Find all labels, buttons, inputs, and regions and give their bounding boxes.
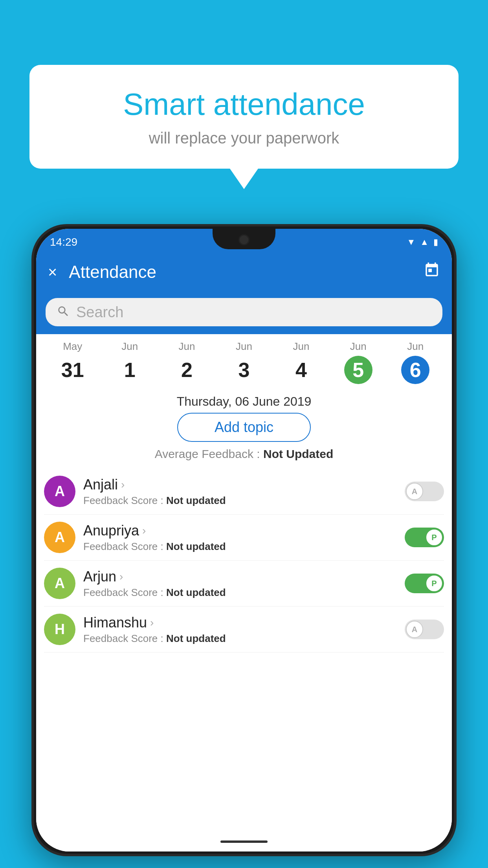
student-avatar-0: A bbox=[44, 476, 75, 507]
attendance-toggle-2[interactable]: P bbox=[405, 574, 444, 593]
date-month-0: May bbox=[44, 340, 101, 353]
home-indicator bbox=[220, 840, 268, 843]
bubble-subtitle: will replace your paperwork bbox=[53, 129, 435, 147]
date-day-4: 4 bbox=[287, 356, 315, 384]
wifi-icon: ▼ bbox=[407, 237, 415, 247]
student-name-0[interactable]: Anjali › bbox=[83, 476, 397, 493]
student-info-1: Anupriya ›Feedback Score : Not updated bbox=[83, 522, 397, 553]
student-list: AAnjali ›Feedback Score : Not updatedAAA… bbox=[36, 469, 452, 653]
scroll-content: May31Jun1Jun2Jun3Jun4Jun5Jun6 Thursday, … bbox=[36, 334, 452, 832]
date-item-3[interactable]: Jun3 bbox=[215, 340, 272, 384]
student-avatar-2: A bbox=[44, 568, 75, 599]
date-month-2: Jun bbox=[158, 340, 215, 353]
chevron-icon-0: › bbox=[121, 478, 125, 491]
signal-icon: ▲ bbox=[420, 237, 429, 247]
attendance-toggle-3[interactable]: A bbox=[405, 620, 444, 639]
date-month-1: Jun bbox=[101, 340, 158, 353]
search-bar-container: Search bbox=[36, 292, 452, 334]
mute-button bbox=[31, 337, 33, 360]
date-day-3: 3 bbox=[230, 356, 258, 384]
student-feedback-3: Feedback Score : Not updated bbox=[83, 633, 397, 645]
date-month-6: Jun bbox=[387, 340, 444, 353]
date-day-5: 5 bbox=[344, 356, 372, 384]
student-avatar-1: A bbox=[44, 522, 75, 553]
speech-bubble: Smart attendance will replace your paper… bbox=[29, 65, 459, 169]
student-name-3[interactable]: Himanshu › bbox=[83, 614, 397, 631]
date-strip: May31Jun1Jun2Jun3Jun4Jun5Jun6 bbox=[36, 334, 452, 388]
student-feedback-1: Feedback Score : Not updated bbox=[83, 541, 397, 553]
student-feedback-0: Feedback Score : Not updated bbox=[83, 495, 397, 507]
battery-icon: ▮ bbox=[433, 237, 438, 247]
app-bar: × Attendance bbox=[36, 252, 452, 292]
add-topic-button[interactable]: Add topic bbox=[177, 413, 311, 442]
search-bar[interactable]: Search bbox=[46, 298, 442, 326]
power-button bbox=[455, 376, 457, 407]
toggle-container-0: A bbox=[405, 482, 444, 501]
date-item-31[interactable]: May31 bbox=[44, 340, 101, 384]
student-info-0: Anjali ›Feedback Score : Not updated bbox=[83, 476, 397, 507]
attendance-toggle-1[interactable]: P bbox=[405, 528, 444, 547]
student-item-3: HHimanshu ›Feedback Score : Not updatedA bbox=[44, 607, 444, 653]
toggle-thumb-1: P bbox=[426, 529, 443, 546]
student-feedback-2: Feedback Score : Not updated bbox=[83, 587, 397, 599]
date-item-4[interactable]: Jun4 bbox=[273, 340, 330, 384]
date-month-3: Jun bbox=[215, 340, 272, 353]
chevron-icon-1: › bbox=[142, 524, 146, 537]
date-day-1: 1 bbox=[116, 356, 144, 384]
date-month-4: Jun bbox=[273, 340, 330, 353]
date-item-1[interactable]: Jun1 bbox=[101, 340, 158, 384]
status-icons: ▼ ▲ ▮ bbox=[407, 237, 438, 247]
search-input[interactable]: Search bbox=[76, 304, 123, 321]
toggle-thumb-3: A bbox=[406, 621, 423, 638]
toggle-thumb-2: P bbox=[426, 575, 443, 592]
toggle-container-1: P bbox=[405, 528, 444, 547]
date-item-6[interactable]: Jun6 bbox=[387, 340, 444, 384]
search-icon bbox=[57, 305, 70, 320]
student-item-1: AAnupriya ›Feedback Score : Not updatedP bbox=[44, 515, 444, 561]
toggle-thumb-0: A bbox=[406, 483, 423, 500]
student-info-3: Himanshu ›Feedback Score : Not updated bbox=[83, 614, 397, 645]
date-item-5[interactable]: Jun5 bbox=[330, 340, 387, 384]
phone-notch bbox=[213, 229, 275, 249]
student-avatar-3: H bbox=[44, 614, 75, 645]
date-month-5: Jun bbox=[330, 340, 387, 353]
front-camera bbox=[238, 234, 250, 245]
volume-up-button bbox=[31, 372, 33, 403]
calendar-icon[interactable] bbox=[424, 262, 440, 282]
chevron-icon-2: › bbox=[119, 570, 123, 583]
toggle-container-3: A bbox=[405, 620, 444, 639]
close-button[interactable]: × bbox=[48, 263, 57, 281]
toggle-container-2: P bbox=[405, 574, 444, 593]
student-info-2: Arjun ›Feedback Score : Not updated bbox=[83, 568, 397, 599]
student-item-2: AArjun ›Feedback Score : Not updatedP bbox=[44, 561, 444, 607]
date-day-31: 31 bbox=[59, 356, 87, 384]
bubble-title: Smart attendance bbox=[53, 86, 435, 122]
student-name-1[interactable]: Anupriya › bbox=[83, 522, 397, 539]
status-time: 14:29 bbox=[50, 236, 77, 248]
volume-down-button bbox=[31, 411, 33, 443]
avg-feedback-label: Average Feedback : bbox=[155, 447, 263, 460]
chevron-icon-3: › bbox=[150, 616, 154, 629]
avg-feedback: Average Feedback : Not Updated bbox=[36, 447, 452, 461]
phone-frame: 14:29 ▼ ▲ ▮ × Attendance bbox=[31, 224, 457, 856]
date-day-6: 6 bbox=[401, 356, 429, 384]
phone-screen: 14:29 ▼ ▲ ▮ × Attendance bbox=[36, 229, 452, 851]
attendance-toggle-0[interactable]: A bbox=[405, 482, 444, 501]
avg-feedback-value: Not Updated bbox=[263, 447, 333, 460]
student-item-0: AAnjali ›Feedback Score : Not updatedA bbox=[44, 469, 444, 515]
student-name-2[interactable]: Arjun › bbox=[83, 568, 397, 585]
date-item-2[interactable]: Jun2 bbox=[158, 340, 215, 384]
app-bar-title: Attendance bbox=[69, 262, 424, 282]
date-day-2: 2 bbox=[173, 356, 201, 384]
bottom-area bbox=[36, 832, 452, 851]
selected-date-label: Thursday, 06 June 2019 bbox=[36, 394, 452, 409]
